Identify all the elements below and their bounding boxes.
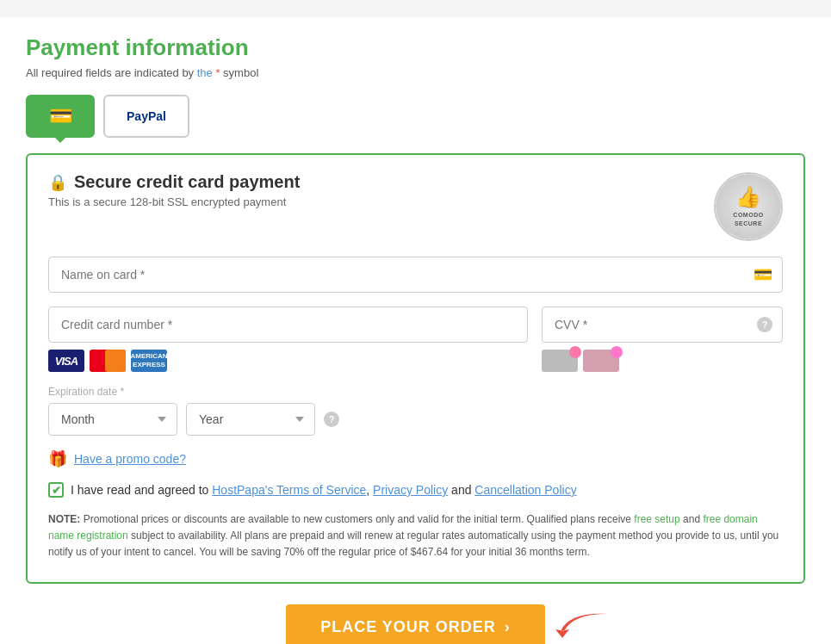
place-order-label: PLACE YOUR ORDER [320, 618, 496, 636]
mastercard-logo [90, 350, 126, 372]
year-select[interactable]: Year 2024 2025 2026 2027 2028 2029 2030 [186, 403, 315, 436]
name-input-wrapper: 💳 [48, 257, 783, 293]
cvv-card-logos [542, 350, 783, 372]
subtitle-before: All required fields are indicated by [26, 66, 197, 79]
paypal-tab[interactable]: PayPal [103, 95, 189, 138]
terms-link3[interactable]: Cancellation Policy [474, 483, 576, 497]
credit-card-input[interactable] [48, 307, 528, 343]
cvv-dot-2 [611, 346, 623, 358]
comodo-text: COMODOSECURE [733, 211, 763, 228]
terms-mid2: and [448, 483, 474, 497]
note-body: Promotional prices or discounts are avai… [48, 513, 778, 558]
order-button-area: PLACE YOUR ORDER › [26, 604, 805, 644]
credit-card-icon: 💳 [49, 105, 72, 127]
expiration-section: Expiration date * Month 01 - January 02 … [48, 386, 783, 436]
subtitle-after: symbol [223, 66, 258, 79]
promo-link[interactable]: Have a promo code? [74, 452, 186, 466]
subtitle-the: the [197, 66, 213, 79]
name-on-card-input[interactable] [48, 257, 783, 293]
card-cvv-row: VISA AMERICANEXPRESS ? [48, 307, 783, 372]
comodo-thumb-icon: 👍 [735, 185, 761, 209]
card-panel-header: 🔒 Secure credit card payment This is a s… [48, 172, 783, 241]
secure-title-text: Secure credit card payment [74, 172, 300, 192]
secure-subtitle: This is a secure 128-bit SSL encrypted p… [48, 195, 300, 208]
terms-link1[interactable]: HostPapa's Terms of Service [212, 483, 366, 497]
cvv-help-icon[interactable]: ? [757, 317, 772, 332]
cvv-card-1 [542, 350, 578, 372]
paypal-label: PayPal [127, 109, 166, 123]
page-title: Payment information [26, 34, 805, 61]
order-arrow-icon: › [505, 618, 511, 636]
month-select[interactable]: Month 01 - January 02 - February 03 - Ma… [48, 403, 177, 436]
subtitle-star: * [213, 66, 223, 79]
note-free-setup: free setup [634, 513, 679, 525]
cvv-input[interactable] [542, 307, 783, 343]
comodo-badge: 👍 COMODOSECURE [714, 172, 783, 241]
terms-checkbox[interactable]: ✔ [48, 482, 64, 498]
comodo-inner: 👍 COMODOSECURE [716, 174, 781, 239]
secure-title: 🔒 Secure credit card payment [48, 172, 300, 192]
expiration-label-text: Expiration date * [48, 386, 124, 398]
terms-before: I have read and agreed to [71, 483, 212, 497]
cvv-wrapper: ? [542, 307, 783, 343]
visa-logo: VISA [48, 350, 84, 372]
note-bold: NOTE: [48, 513, 80, 525]
card-panel: 🔒 Secure credit card payment This is a s… [26, 153, 805, 584]
expiration-selects: Month 01 - January 02 - February 03 - Ma… [48, 403, 783, 436]
expiration-label: Expiration date * [48, 386, 783, 398]
gift-icon: 🎁 [48, 449, 67, 468]
cvv-dot-1 [569, 346, 581, 358]
amex-logo: AMERICANEXPRESS [131, 350, 167, 372]
cvv-col: ? [542, 307, 783, 372]
page-container: Payment information All required fields … [0, 17, 831, 644]
lock-icon: 🔒 [48, 173, 67, 192]
terms-mid1: , [366, 483, 373, 497]
subtitle: All required fields are indicated by the… [26, 66, 805, 79]
credit-card-tab[interactable]: 💳 [26, 95, 95, 138]
expiration-help-icon[interactable]: ? [324, 412, 339, 427]
cvv-card-2 [583, 350, 619, 372]
card-logos: VISA AMERICANEXPRESS [48, 350, 528, 372]
terms-row: ✔ I have read and agreed to HostPapa's T… [48, 482, 783, 498]
arrow-indicator [547, 605, 616, 644]
terms-text: I have read and agreed to HostPapa's Ter… [71, 483, 577, 497]
checkmark-icon: ✔ [52, 484, 61, 497]
card-panel-title-area: 🔒 Secure credit card payment This is a s… [48, 172, 300, 208]
promo-row: 🎁 Have a promo code? [48, 449, 783, 468]
payment-methods: 💳 PayPal [26, 95, 805, 138]
note-section: NOTE: Promotional prices or discounts ar… [48, 511, 783, 561]
name-on-card-row: 💳 [48, 257, 783, 293]
curved-arrow-svg [547, 605, 616, 644]
card-number-col: VISA AMERICANEXPRESS [48, 307, 528, 372]
place-order-button[interactable]: PLACE YOUR ORDER › [286, 604, 545, 644]
terms-link2[interactable]: Privacy Policy [373, 483, 448, 497]
card-hint-icon: 💳 [753, 265, 772, 284]
